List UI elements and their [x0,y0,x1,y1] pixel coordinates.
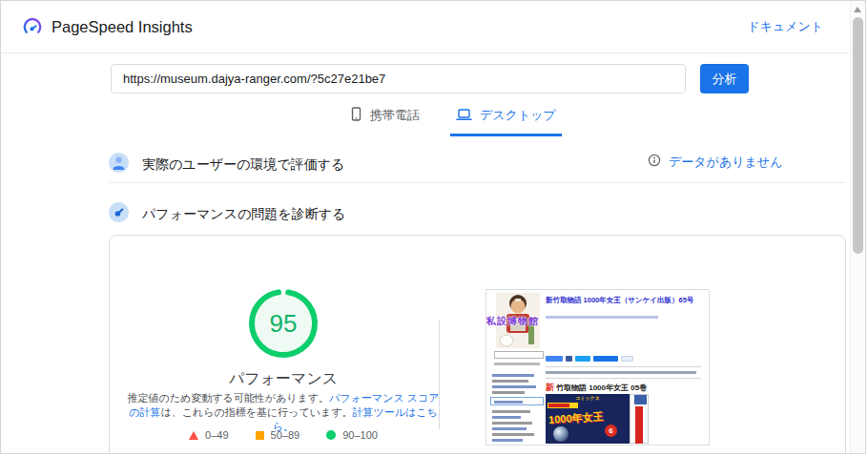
thumb-divider-1 [546,366,701,367]
thumb-divider-2 [546,378,701,379]
scrollbar-thumb[interactable] [853,17,863,254]
manga-cover-image: コミックス 1000年女王 6 [546,394,649,444]
cover-banner [548,403,578,408]
thumb-sidebar-link-bar [492,385,536,388]
thumb-sidebar-link-bar [492,380,528,383]
new-badge: 新 [546,382,554,394]
performance-score-gauge[interactable]: 95 [247,287,320,360]
thumb-search-box [494,351,544,359]
thumb-article-heading: 新 竹取物語 1000年女王 05巻 [546,383,703,392]
device-tabs: 携帯電話 デスクトップ [344,103,562,136]
diagnose-section-title: パフォーマンスの問題を診断する [142,206,345,223]
page-screenshot-thumbnail[interactable]: 私設博物館 新竹取物語 1000年女王（サンケイ出版）65号 新 竹取物語 10… [486,289,710,446]
desktop-icon [456,108,472,124]
no-data-status[interactable]: データがありません [648,154,782,171]
legend-range-good: 90–100 [342,429,378,441]
diagnose-section-header: パフォーマンスの問題を診断する [109,202,345,226]
app-header: PageSpeed Insights ドキュメント [1,1,865,53]
disclaimer-text-1: 推定値のため変動する可能性があります。 [128,392,330,404]
disclaimer-text-2: は、これらの指標を基に行っています。 [160,406,352,418]
manga-cover-front: コミックス 1000年女王 6 [546,394,630,444]
performance-label: パフォーマンス [140,369,426,389]
performance-report-card: 95 パフォーマンス 推定値のため変動する可能性があります。パフォーマンス スコ… [109,235,846,454]
page-title: PageSpeed Insights [52,18,193,36]
thumb-search-meta-bar [494,363,540,365]
thumb-sidebar-link-bar [492,422,532,425]
red-triangle-icon [189,431,198,440]
url-input[interactable] [111,64,686,93]
scrollbar-up-arrow-icon[interactable] [854,7,861,12]
scrollbar[interactable] [850,1,865,454]
no-data-status-label: データがありません [669,154,782,171]
analyze-button[interactable]: 分析 [700,64,749,93]
thumb-sidebar-highlight-box [490,397,544,405]
orange-square-icon [256,431,264,440]
legend-range-average: 50–89 [271,429,300,441]
thumb-sidebar-link-bar [492,439,523,442]
thumb-sidebar-link-bar [492,374,534,377]
user-environment-icon [109,153,129,176]
green-circle-icon [326,430,336,440]
legend-item-good: 90–100 [326,429,378,441]
field-data-section-header: 実際のユーザーの環境で評価する [109,153,344,176]
thumb-sidebar-link-bar [492,416,521,419]
thumb-sidebar-link-bar [492,391,525,394]
article-heading-text: 竹取物語 1000年女王 05巻 [556,383,647,393]
cover-header-text: コミックス [546,395,630,401]
speedometer-icon [109,202,129,226]
tab-desktop[interactable]: デスクトップ [450,103,562,136]
cover-earth-art [553,426,568,442]
tab-mobile[interactable]: 携帯電話 [344,103,425,136]
tab-desktop-label: デスクトップ [480,107,556,124]
cover-volume-badge: 6 [605,425,617,437]
thumb-sidebar-link-bar [492,427,527,430]
score-disclaimer: 推定値のため変動する可能性があります。パフォーマンス スコアの計算は、これらの指… [126,391,441,434]
cover-title-text: 1000年女王 [548,407,630,427]
pagespeed-logo-icon [22,16,43,37]
spine-red-strip [635,406,643,444]
mobile-icon [350,107,362,124]
card-column-divider [439,320,440,429]
pagespeed-insights-window: PageSpeed Insights ドキュメント 分析 携帯電話 デスクトップ [0,0,866,454]
section-divider [109,182,846,183]
field-data-section-title: 実際のユーザーの環境で評価する [142,156,344,174]
info-icon [648,154,661,171]
spine-logo-block [634,395,647,404]
performance-score-value: 95 [247,287,320,360]
thumb-post-meta-bar [546,316,658,319]
legend-item-average: 50–89 [256,429,300,441]
tab-mobile-label: 携帯電話 [370,107,420,124]
thumb-sidebar-link-bar [492,410,530,413]
thumb-links-bar [546,371,696,374]
thumb-sidebar-link-bar [492,433,534,436]
thumb-share-buttons [546,356,698,362]
thumb-post-title: 新竹取物語 1000年女王（サンケイ出版）65号 [546,296,703,313]
legend-item-poor: 0–49 [189,429,228,441]
legend-range-poor: 0–49 [205,429,228,441]
documentation-link[interactable]: ドキュメント [747,18,823,35]
score-legend: 0–49 50–89 90–100 [126,429,441,441]
